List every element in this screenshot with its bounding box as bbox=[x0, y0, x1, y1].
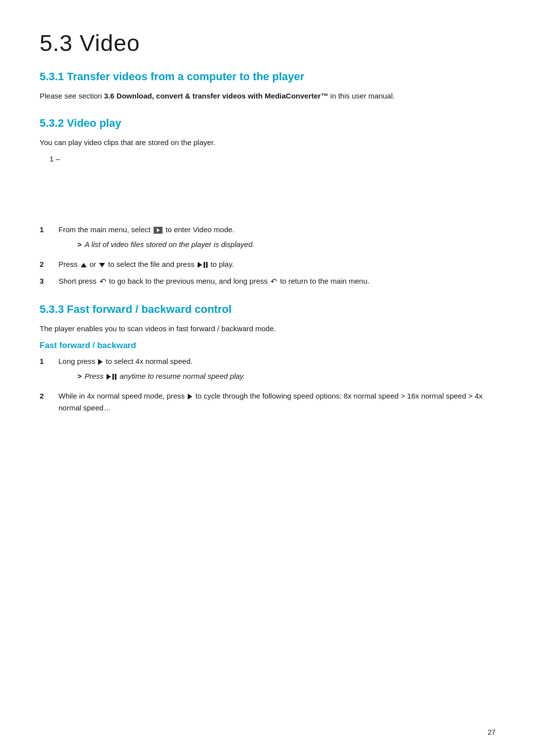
play-triangle-result bbox=[107, 374, 111, 380]
section-531-body: Please see section 3.6 Download, convert… bbox=[40, 90, 495, 102]
play-pause-icon-result bbox=[107, 374, 116, 380]
pause-bars bbox=[204, 262, 208, 268]
back-icon-1: ↶ bbox=[100, 275, 106, 288]
up-arrow-icon bbox=[81, 263, 87, 267]
section-533-intro: The player enables you to scan videos in… bbox=[40, 323, 495, 335]
section-533: 5.3.3 Fast forward / backward control Th… bbox=[40, 303, 495, 414]
section-531: 5.3.1 Transfer videos from a computer to… bbox=[40, 70, 495, 102]
step-532-3-content: Short press ↶ to go back to the previous… bbox=[58, 275, 495, 288]
page-number: 27 bbox=[487, 728, 495, 736]
section-533-title: 5.3.3 Fast forward / backward control bbox=[40, 303, 495, 316]
step-532-2: 2 Press or to select the file and press bbox=[40, 258, 495, 270]
play-icon-2 bbox=[188, 394, 192, 400]
section-532-title: 5.3.2 Video play bbox=[40, 117, 495, 130]
play-pause-icon bbox=[198, 262, 208, 268]
step-number-3: 3 bbox=[40, 275, 54, 287]
section-532-steps: 1 From the main menu, select to enter Vi… bbox=[40, 224, 495, 288]
back-icon-2: ↶ bbox=[270, 275, 277, 288]
section-533-subsection-title: Fast forward / backward bbox=[40, 341, 495, 351]
section-532: 5.3.2 Video play You can play video clip… bbox=[40, 117, 495, 288]
down-arrow-icon bbox=[99, 263, 105, 267]
diagram-label: 1 – bbox=[50, 154, 60, 163]
diagram-area: 1 – bbox=[40, 154, 495, 214]
video-mode-icon bbox=[154, 227, 162, 234]
step-533-1-result: > Press anytime to resume normal speed p… bbox=[77, 370, 495, 382]
step-532-1: 1 From the main menu, select to enter Vi… bbox=[40, 224, 495, 253]
play-triangle bbox=[198, 262, 202, 268]
step-533-1: 1 Long press to select 4x normal speed. … bbox=[40, 355, 495, 385]
section-532-intro: You can play video clips that are stored… bbox=[40, 137, 495, 149]
pause-bars-result bbox=[112, 374, 116, 380]
page-content: 5.3 Video 5.3.1 Transfer videos from a c… bbox=[0, 0, 535, 468]
step-533-2-content: While in 4x normal speed mode, press to … bbox=[58, 390, 495, 414]
step-532-1-result: > A list of video files stored on the pl… bbox=[77, 239, 495, 251]
step-533-2: 2 While in 4x normal speed mode, press t… bbox=[40, 390, 495, 414]
section-531-bold: 3.6 Download, convert & transfer videos … bbox=[104, 92, 328, 100]
step-533-number-1: 1 bbox=[40, 355, 54, 367]
step-532-1-content: From the main menu, select to enter Vide… bbox=[58, 224, 495, 253]
step-532-3: 3 Short press ↶ to go back to the previo… bbox=[40, 275, 495, 288]
play-icon-1 bbox=[98, 359, 103, 365]
section-531-title: 5.3.1 Transfer videos from a computer to… bbox=[40, 70, 495, 83]
step-number-2: 2 bbox=[40, 258, 54, 270]
main-title: 5.3 Video bbox=[40, 30, 495, 56]
step-532-2-content: Press or to select the file and press to… bbox=[58, 258, 495, 270]
section-533-steps: 1 Long press to select 4x normal speed. … bbox=[40, 355, 495, 414]
step-number-1: 1 bbox=[40, 224, 54, 236]
step-533-number-2: 2 bbox=[40, 390, 54, 402]
step-533-1-content: Long press to select 4x normal speed. > … bbox=[58, 355, 495, 385]
